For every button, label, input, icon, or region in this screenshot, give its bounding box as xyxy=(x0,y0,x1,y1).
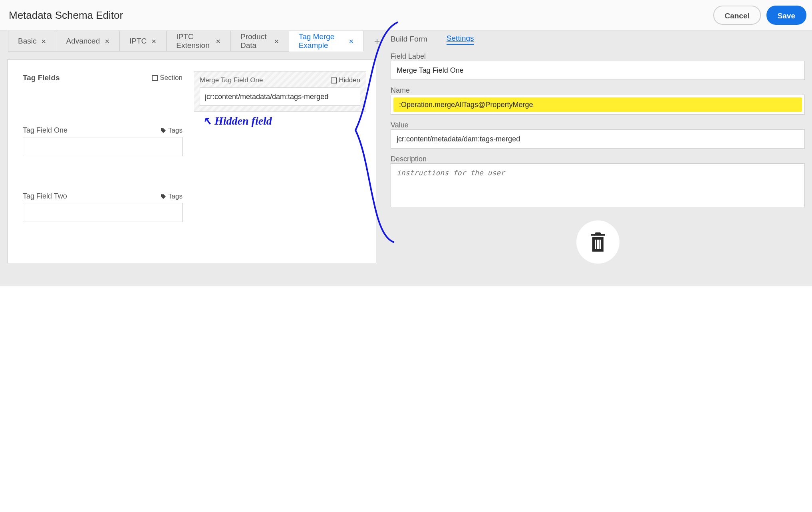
tag-field-label: Tag Field One xyxy=(23,126,68,135)
tab-label: Product Data xyxy=(240,32,269,50)
tab-basic[interactable]: Basic ✕ xyxy=(8,31,56,52)
tags-pill-label: Tags xyxy=(168,192,183,200)
value-input[interactable] xyxy=(391,129,805,149)
description-caption: Description xyxy=(391,155,805,163)
tag-field-one[interactable]: Tag Field One Tags xyxy=(23,126,183,156)
delete-button[interactable] xyxy=(576,220,619,264)
close-icon[interactable]: ✕ xyxy=(274,38,279,44)
close-icon[interactable]: ✕ xyxy=(216,38,221,44)
name-group: Name xyxy=(391,86,805,115)
close-icon[interactable]: ✕ xyxy=(105,38,110,44)
footer-whitespace xyxy=(0,286,812,510)
tab-label: IPTC xyxy=(129,37,147,46)
hidden-check-label: Hidden xyxy=(339,76,360,84)
cancel-button[interactable]: Cancel xyxy=(713,6,760,25)
section-header: Tag Fields Section xyxy=(23,73,183,82)
hidden-field-tile[interactable]: Merge Tag Field One Hidden xyxy=(194,71,366,112)
editor-header: Metadata Schema Editor Cancel Save xyxy=(0,0,812,31)
tab-iptc[interactable]: IPTC ✕ xyxy=(119,31,166,52)
tab-advanced[interactable]: Advanced ✕ xyxy=(56,31,119,52)
canvas-left-column: Tag Fields Section Tag Field One Tags xyxy=(23,71,183,247)
close-icon[interactable]: ✕ xyxy=(41,38,46,44)
close-icon[interactable]: ✕ xyxy=(151,38,157,44)
hidden-checkbox[interactable]: Hidden xyxy=(331,76,360,84)
hidden-tile-title: Merge Tag Field One xyxy=(200,76,263,84)
plus-icon: ＋ xyxy=(372,35,382,48)
value-caption: Value xyxy=(391,121,805,129)
handwritten-annotation: ↖ Hidden field xyxy=(203,114,366,127)
section-title: Tag Fields xyxy=(23,73,60,82)
tag-field-two-input[interactable] xyxy=(23,203,183,222)
field-label-caption: Field Label xyxy=(391,52,805,61)
tab-label: Tag Merge Example xyxy=(299,32,344,50)
add-tab-button[interactable]: ＋ xyxy=(371,31,383,52)
tag-icon xyxy=(160,127,167,134)
tags-pill-label: Tags xyxy=(168,127,183,135)
section-checkbox[interactable]: Section xyxy=(152,74,183,82)
tab-tag-merge-example[interactable]: Tag Merge Example ✕ xyxy=(289,31,364,52)
field-label-group: Field Label xyxy=(391,52,805,80)
name-caption: Name xyxy=(391,86,805,95)
hidden-field-value-input[interactable] xyxy=(200,87,360,106)
schema-tabs: Basic ✕ Advanced ✕ IPTC ✕ IPTC Extension… xyxy=(0,31,383,52)
tag-field-head: Tag Field Two Tags xyxy=(23,192,183,200)
close-icon[interactable]: ✕ xyxy=(349,38,354,44)
tab-label: IPTC Extension xyxy=(176,32,211,50)
form-canvas: Tag Fields Section Tag Field One Tags xyxy=(7,60,376,263)
section-check-label: Section xyxy=(160,74,183,82)
settings-form: Field Label Name Value Description xyxy=(391,52,805,264)
field-label-input[interactable] xyxy=(391,61,805,80)
value-group: Value xyxy=(391,121,805,149)
tag-icon xyxy=(160,193,167,200)
tag-field-one-input[interactable] xyxy=(23,137,183,156)
tag-field-head: Tag Field One Tags xyxy=(23,126,183,135)
canvas-area: Basic ✕ Advanced ✕ IPTC ✕ IPTC Extension… xyxy=(0,31,383,286)
hidden-tile-head: Merge Tag Field One Hidden xyxy=(200,76,360,84)
tab-label: Advanced xyxy=(66,37,100,46)
description-textarea[interactable] xyxy=(391,163,805,207)
tag-field-two[interactable]: Tag Field Two Tags xyxy=(23,192,183,222)
tags-indicator: Tags xyxy=(160,127,183,135)
name-input[interactable] xyxy=(393,97,802,112)
checkbox-icon xyxy=(331,77,337,83)
side-tab-build-form[interactable]: Build Form xyxy=(391,35,427,44)
settings-panel: Build Form Settings Field Label Name Val… xyxy=(383,31,812,286)
highlighted-name xyxy=(393,97,802,112)
tag-field-label: Tag Field Two xyxy=(23,192,67,200)
trash-icon xyxy=(588,231,608,253)
side-tabs: Build Form Settings xyxy=(391,31,805,52)
canvas-right-column: Merge Tag Field One Hidden ↖ Hidden fiel… xyxy=(194,71,366,247)
tab-product-data[interactable]: Product Data ✕ xyxy=(230,31,289,52)
tab-label: Basic xyxy=(18,37,36,46)
page-title: Metadata Schema Editor xyxy=(9,9,123,22)
description-group: Description xyxy=(391,155,805,209)
workspace: Basic ✕ Advanced ✕ IPTC ✕ IPTC Extension… xyxy=(0,31,812,286)
save-button[interactable]: Save xyxy=(766,6,806,25)
checkbox-icon xyxy=(152,75,158,81)
header-actions: Cancel Save xyxy=(713,6,806,25)
side-tab-settings[interactable]: Settings xyxy=(447,34,474,45)
tags-indicator: Tags xyxy=(160,192,183,200)
tab-iptc-extension[interactable]: IPTC Extension ✕ xyxy=(166,31,230,52)
name-box xyxy=(391,95,805,115)
